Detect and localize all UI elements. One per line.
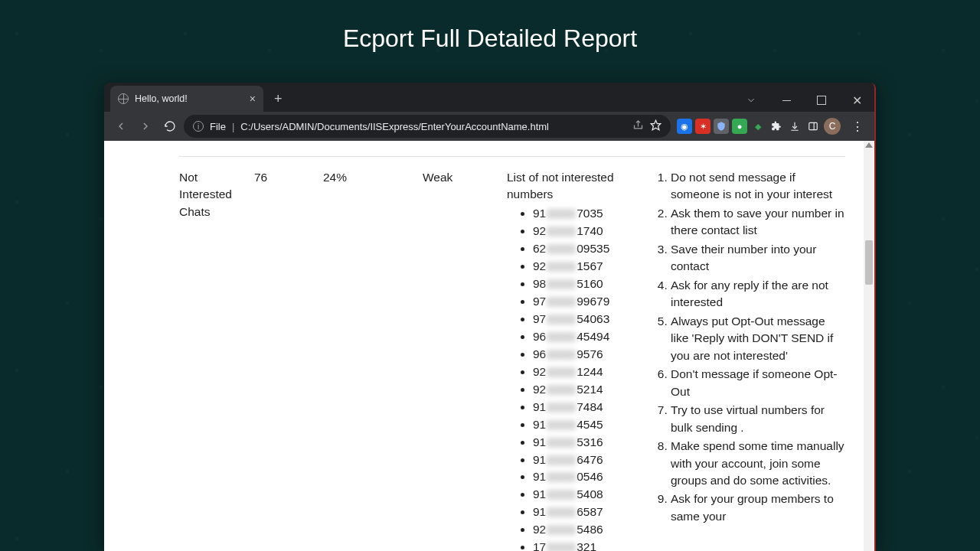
window-minimize-button[interactable] xyxy=(769,89,804,112)
tab-search-button[interactable] xyxy=(733,89,769,112)
number-masked xyxy=(547,332,576,342)
list-item: 9645494 xyxy=(533,328,646,345)
list-item: 925486 xyxy=(533,521,646,538)
list-item: 917484 xyxy=(533,399,646,416)
number-masked xyxy=(547,403,576,412)
number-masked xyxy=(547,543,576,551)
list-item: 6209535 xyxy=(533,240,646,257)
number-prefix: 62 xyxy=(533,242,546,255)
number-suffix: 1740 xyxy=(577,224,603,237)
list-item: Try to use virtual numbers for bulk send… xyxy=(671,402,845,436)
scrollbar-up-button[interactable] xyxy=(865,142,873,150)
nav-back-button[interactable] xyxy=(110,116,132,137)
list-item: Save their number into your contact xyxy=(671,241,845,276)
list-item: Ask for any reply if the are not interes… xyxy=(671,277,845,311)
percent-value: 24% xyxy=(323,169,413,186)
number-suffix: 99679 xyxy=(577,295,609,308)
extension-icon[interactable]: ✶ xyxy=(695,119,710,134)
share-icon[interactable] xyxy=(632,119,644,133)
number-masked xyxy=(547,472,576,482)
scrollbar-thumb[interactable] xyxy=(865,240,873,285)
list-item: 916587 xyxy=(533,504,646,520)
side-panel-icon[interactable] xyxy=(805,119,821,134)
number-suffix: 45494 xyxy=(577,330,609,343)
report-content: Not Interested Chats 76 24% Weak List of… xyxy=(104,141,864,551)
page-title: Ecport Full Detailed Report xyxy=(0,24,980,53)
number-masked xyxy=(547,315,576,324)
list-item: 910546 xyxy=(533,468,646,485)
number-prefix: 17 xyxy=(533,540,546,551)
recommendations-list: Do not send message if someone is not in… xyxy=(655,169,845,525)
list-item: Do not send message if someone is not in… xyxy=(671,169,845,204)
window-maximize-button[interactable] xyxy=(804,89,839,112)
new-tab-button[interactable]: + xyxy=(263,91,293,107)
downloads-icon[interactable] xyxy=(787,119,802,134)
profile-avatar[interactable]: C xyxy=(824,118,841,135)
strength-value: Weak xyxy=(423,169,498,186)
address-bar[interactable]: i File | C:/Users/ADMIN/Documents/IISExp… xyxy=(184,115,671,138)
divider xyxy=(179,156,845,157)
list-item: 969576 xyxy=(533,346,646,363)
number-prefix: 92 xyxy=(533,523,546,536)
extension-icon[interactable] xyxy=(714,119,729,134)
number-suffix: 09535 xyxy=(577,242,609,255)
number-suffix: 4545 xyxy=(577,418,603,431)
list-item: Don't message if someone Opt-Out xyxy=(671,366,845,400)
browser-tab[interactable]: Hello, world! × xyxy=(110,86,263,112)
number-suffix: 5408 xyxy=(577,487,603,500)
number-prefix: 96 xyxy=(533,347,546,360)
number-suffix: 6476 xyxy=(577,453,603,466)
numbers-column: List of not interested numbers 917035921… xyxy=(507,169,646,551)
report-row: Not Interested Chats 76 24% Weak List of… xyxy=(179,169,845,551)
browser-menu-button[interactable]: ⋮ xyxy=(847,119,868,134)
number-suffix: 7035 xyxy=(577,207,603,220)
list-item: 921244 xyxy=(533,364,646,380)
nav-reload-button[interactable] xyxy=(159,116,181,137)
number-prefix: 91 xyxy=(533,505,546,518)
extensions-puzzle-icon[interactable] xyxy=(769,119,784,134)
number-prefix: 91 xyxy=(533,453,546,466)
extension-icon[interactable]: ◉ xyxy=(677,119,692,134)
extension-icon[interactable]: ◆ xyxy=(750,119,766,134)
list-item: Ask for your group members to same your xyxy=(671,491,845,525)
number-suffix: 54063 xyxy=(577,312,609,325)
list-item: 9799679 xyxy=(533,293,646,310)
number-prefix: 92 xyxy=(533,365,546,378)
number-masked xyxy=(547,227,576,236)
extension-icon[interactable]: ● xyxy=(732,119,747,134)
tab-close-icon[interactable]: × xyxy=(250,93,256,105)
browser-window: Hello, world! × + ✕ i File | C:/Users/AD… xyxy=(104,83,876,551)
list-item: 925214 xyxy=(533,381,646,398)
number-masked xyxy=(547,279,576,289)
extensions-area: ◉ ✶ ● ◆ C xyxy=(674,118,844,135)
number-suffix: 5160 xyxy=(577,277,603,290)
nav-forward-button[interactable] xyxy=(135,116,156,137)
number-masked xyxy=(547,262,576,272)
number-prefix: 98 xyxy=(533,277,546,290)
page-viewport: Not Interested Chats 76 24% Weak List of… xyxy=(104,141,874,551)
number-prefix: 97 xyxy=(533,312,546,325)
bookmark-icon[interactable] xyxy=(650,119,662,133)
number-suffix: 5316 xyxy=(577,435,603,448)
number-prefix: 91 xyxy=(533,487,546,500)
url-text: C:/Users/ADMIN/Documents/IISExpress/Ente… xyxy=(240,121,549,132)
list-item: 9754063 xyxy=(533,311,646,328)
number-prefix: 96 xyxy=(533,330,546,343)
numbers-list: 9170359217406209535921567985160979967997… xyxy=(507,205,646,551)
number-prefix: 92 xyxy=(533,259,546,272)
numbers-list-title: List of not interested numbers xyxy=(507,169,646,204)
window-close-button[interactable]: ✕ xyxy=(839,89,874,112)
number-suffix: 6587 xyxy=(577,505,603,518)
number-prefix: 91 xyxy=(533,418,546,431)
category-label: Not Interested Chats xyxy=(179,169,245,220)
list-item: 17321 xyxy=(533,539,646,551)
count-value: 76 xyxy=(254,169,314,186)
number-masked xyxy=(547,455,576,465)
browser-toolbar: i File | C:/Users/ADMIN/Documents/IISExp… xyxy=(104,112,874,141)
recommendations-column: Do not send message if someone is not in… xyxy=(655,169,845,527)
tab-title: Hello, world! xyxy=(135,93,188,104)
list-item: 916476 xyxy=(533,452,646,468)
number-suffix: 1244 xyxy=(577,365,603,378)
site-info-icon[interactable]: i xyxy=(193,121,204,132)
globe-icon xyxy=(118,93,129,104)
